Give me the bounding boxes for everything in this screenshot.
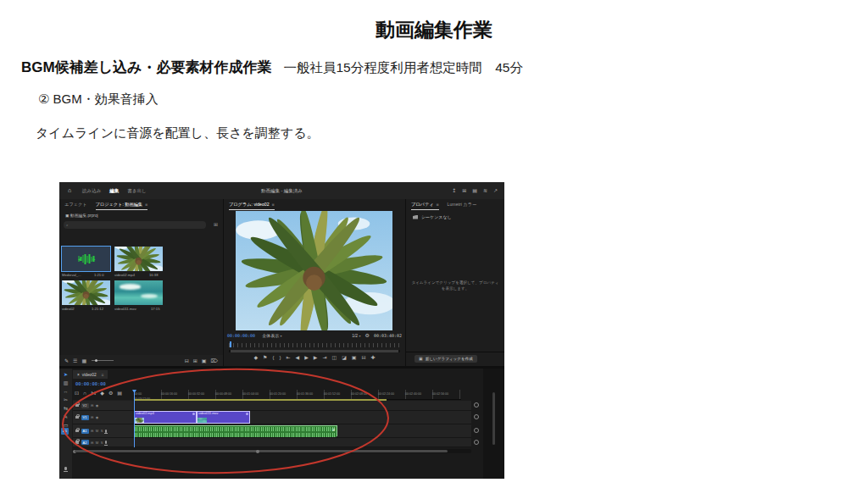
extract-icon[interactable]: ◪ (342, 355, 347, 360)
solo-button[interactable]: S (101, 441, 103, 445)
ripple-edit-tool-icon[interactable]: ↔ (64, 389, 69, 394)
track-badge[interactable]: A1 (81, 429, 89, 434)
workspace-icon[interactable]: ⊞ (462, 188, 466, 193)
source-patch-a1[interactable]: A1 (61, 428, 69, 435)
razor-tool-icon[interactable]: ✂ (64, 397, 68, 402)
timeline-horizontal-scrollbar[interactable] (73, 449, 471, 453)
lock-icon[interactable] (75, 404, 79, 408)
track-mic-icon[interactable] (105, 430, 108, 433)
voiceover-mic-icon[interactable] (64, 467, 67, 470)
mute-button[interactable]: M (96, 429, 98, 433)
track-a1-header[interactable]: A1 A1 ⊟ M S (73, 424, 132, 437)
play-icon[interactable]: ▶ (304, 355, 309, 360)
wrench-icon[interactable]: ⚙ (108, 391, 113, 396)
track-mic-icon[interactable] (105, 441, 108, 444)
grid-view-icon[interactable]: ▦ (81, 358, 86, 363)
timeline-clip-video02[interactable]: video02.mp4 (134, 411, 197, 424)
fullscreen-icon[interactable]: ↗ (493, 188, 498, 193)
filter-bin-icon[interactable]: ⊞ (214, 221, 218, 227)
snap-icon[interactable]: ∩ (83, 391, 86, 396)
go-to-out-icon[interactable]: ⇥ (322, 355, 326, 360)
sync-lock-icon[interactable]: ⊟ (91, 429, 93, 433)
track-v1-header[interactable]: V1 ⊟ ◉ (73, 411, 132, 424)
panel-menu-icon[interactable]: ≡ (145, 202, 147, 207)
add-marker-icon[interactable]: ◆ (253, 355, 258, 360)
sequence-tab[interactable]: × video02 ≡ (73, 370, 108, 379)
comparison-icon[interactable]: ⊟ (361, 355, 365, 360)
tab-import[interactable]: 読み込み (82, 188, 101, 194)
track-v2-header[interactable]: V2 ⊟ ◉ (73, 401, 132, 410)
tab-program[interactable]: プログラム: video02≡ (229, 202, 275, 210)
mark-in-icon[interactable]: { (272, 355, 274, 360)
timeline-clip-video011[interactable]: video011.mov (197, 411, 250, 424)
export-frame-icon[interactable]: ▣ (352, 355, 357, 360)
bin-item-video02[interactable] (62, 280, 110, 305)
lock-icon[interactable] (75, 430, 79, 433)
mute-button[interactable]: M (96, 441, 98, 445)
track-a2-header[interactable]: A2 ⊟ M S (73, 438, 132, 446)
automate-sequence-icon[interactable]: ⊟ (185, 358, 189, 363)
quick-export-icon[interactable]: ↥ (452, 188, 456, 193)
progress-icon[interactable]: ≋ (483, 188, 487, 193)
lift-icon[interactable]: ◫ (331, 355, 337, 360)
track-badge[interactable]: A2 (81, 440, 89, 445)
program-video-preview[interactable] (236, 211, 392, 330)
marker-icon[interactable]: ⚑ (263, 355, 267, 360)
fit-dropdown[interactable]: 全体表示 ▾ (262, 333, 281, 338)
playback-resolution-dropdown[interactable]: 1/2 ▾ (352, 333, 360, 338)
settings-icon[interactable]: ▤ (117, 391, 122, 396)
add-button-icon[interactable]: ✚ (371, 355, 376, 360)
delete-icon[interactable]: ⌦ (211, 358, 218, 363)
selection-tool-icon[interactable]: ➤ (64, 372, 68, 377)
home-icon[interactable]: ⌂ (65, 186, 74, 195)
settings-wrench-icon[interactable]: ⚙ (364, 333, 369, 338)
panel-menu-icon[interactable]: ≡ (102, 373, 104, 377)
track-select-tool-icon[interactable]: ▥ (64, 380, 69, 385)
timeline-vertical-scrollbar[interactable] (492, 392, 495, 445)
go-to-in-icon[interactable]: ⇤ (287, 355, 291, 360)
nest-icon[interactable]: ⊡ (75, 391, 79, 396)
tab-edit[interactable]: 編集 (109, 188, 119, 194)
list-view-icon[interactable]: ☰ (73, 358, 77, 363)
lock-icon[interactable] (75, 416, 79, 419)
monitor-playhead[interactable] (230, 341, 231, 347)
panel-menu-icon[interactable]: ≡ (437, 202, 439, 207)
bin-item-video011[interactable] (114, 280, 163, 305)
search-input[interactable]: ⌕ (64, 221, 206, 229)
add-marker-icon[interactable]: ◆ (100, 391, 104, 396)
pen-tool-icon[interactable]: ✎ (64, 414, 68, 419)
thumbnail-zoom-slider[interactable] (92, 360, 114, 361)
track-output-icon[interactable]: ◉ (96, 403, 99, 408)
panel-menu-icon[interactable]: ≡ (272, 202, 275, 207)
create-graphic-button[interactable]: ▣ 新しいグラフィックを作成 (415, 355, 477, 363)
solo-button[interactable]: S (101, 429, 103, 433)
step-back-icon[interactable]: ◀ (296, 355, 300, 360)
monitor-scrub-bar[interactable] (229, 343, 400, 347)
bin-item-video02mp4[interactable] (114, 247, 163, 271)
tab-effects[interactable]: エフェクト (64, 202, 87, 210)
mark-out-icon[interactable]: } (280, 355, 281, 360)
bin-item-audio[interactable]: ◂▸ (62, 247, 110, 271)
track-badge[interactable]: V2 (81, 403, 89, 408)
edit-bin-icon[interactable]: ✎ (64, 358, 69, 363)
close-icon[interactable]: × (77, 373, 80, 377)
track-height-knobs[interactable] (472, 401, 479, 446)
tab-properties[interactable]: プロパティ≡ (411, 202, 439, 210)
slip-tool-icon[interactable]: ⇆ (64, 406, 68, 411)
layout-icon[interactable]: ▤ (472, 188, 477, 193)
monitor-zoom-scrollbar[interactable] (229, 350, 400, 352)
tab-project[interactable]: プロジェクト: 動画編集≡ (96, 202, 148, 210)
track-badge[interactable]: V1 (81, 415, 89, 420)
tab-export[interactable]: 書き出し (127, 188, 146, 194)
new-item-icon[interactable]: ▣ (202, 358, 207, 363)
sync-lock-icon[interactable]: ⊟ (91, 415, 93, 419)
timeline-clip-audio-bgm[interactable]: ◪ (134, 425, 337, 437)
track-output-icon[interactable]: ◉ (96, 415, 99, 419)
new-bin-icon[interactable]: ⊞ (193, 358, 198, 363)
sync-lock-icon[interactable]: ⊟ (91, 403, 93, 408)
sync-lock-icon[interactable]: ⊟ (91, 441, 93, 445)
bin-breadcrumb[interactable]: ▣ 動画編集.prproj (65, 213, 98, 218)
linked-selection-icon[interactable]: ⋈ (91, 391, 96, 396)
timeline-playhead[interactable] (134, 390, 135, 447)
step-forward-icon[interactable]: ▶ (314, 355, 318, 360)
